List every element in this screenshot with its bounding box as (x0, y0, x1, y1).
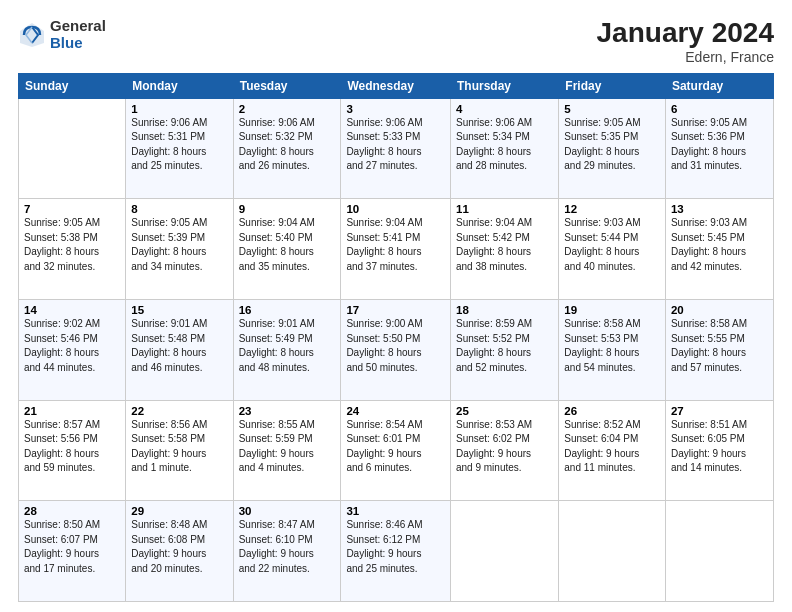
day-number: 22 (131, 405, 227, 417)
day-info: Sunrise: 9:05 AM Sunset: 5:35 PM Dayligh… (564, 117, 640, 172)
title-block: January 2024 Edern, France (597, 18, 774, 65)
day-info: Sunrise: 8:55 AM Sunset: 5:59 PM Dayligh… (239, 419, 315, 474)
day-number: 21 (24, 405, 120, 417)
week-row-3: 14Sunrise: 9:02 AM Sunset: 5:46 PM Dayli… (19, 300, 774, 401)
calendar-cell: 7Sunrise: 9:05 AM Sunset: 5:38 PM Daylig… (19, 199, 126, 300)
day-number: 20 (671, 304, 768, 316)
calendar-cell: 2Sunrise: 9:06 AM Sunset: 5:32 PM Daylig… (233, 98, 341, 199)
day-info: Sunrise: 9:01 AM Sunset: 5:48 PM Dayligh… (131, 318, 207, 373)
calendar-cell: 10Sunrise: 9:04 AM Sunset: 5:41 PM Dayli… (341, 199, 451, 300)
calendar-cell: 20Sunrise: 8:58 AM Sunset: 5:55 PM Dayli… (665, 300, 773, 401)
calendar-table: SundayMondayTuesdayWednesdayThursdayFrid… (18, 73, 774, 602)
day-number: 14 (24, 304, 120, 316)
calendar-cell: 17Sunrise: 9:00 AM Sunset: 5:50 PM Dayli… (341, 300, 451, 401)
day-info: Sunrise: 8:56 AM Sunset: 5:58 PM Dayligh… (131, 419, 207, 474)
day-info: Sunrise: 8:47 AM Sunset: 6:10 PM Dayligh… (239, 519, 315, 574)
calendar-cell (450, 501, 558, 602)
col-header-thursday: Thursday (450, 73, 558, 98)
calendar-cell: 5Sunrise: 9:05 AM Sunset: 5:35 PM Daylig… (559, 98, 666, 199)
col-header-wednesday: Wednesday (341, 73, 451, 98)
logo-general-text: General (50, 18, 106, 35)
logo-text: General Blue (50, 18, 106, 51)
day-info: Sunrise: 9:03 AM Sunset: 5:44 PM Dayligh… (564, 217, 640, 272)
col-header-monday: Monday (126, 73, 233, 98)
day-number: 6 (671, 103, 768, 115)
day-number: 8 (131, 203, 227, 215)
calendar-cell: 16Sunrise: 9:01 AM Sunset: 5:49 PM Dayli… (233, 300, 341, 401)
day-info: Sunrise: 8:54 AM Sunset: 6:01 PM Dayligh… (346, 419, 422, 474)
day-number: 9 (239, 203, 336, 215)
calendar-cell: 8Sunrise: 9:05 AM Sunset: 5:39 PM Daylig… (126, 199, 233, 300)
day-info: Sunrise: 9:03 AM Sunset: 5:45 PM Dayligh… (671, 217, 747, 272)
week-row-4: 21Sunrise: 8:57 AM Sunset: 5:56 PM Dayli… (19, 400, 774, 501)
logo-icon (18, 21, 46, 49)
col-header-friday: Friday (559, 73, 666, 98)
day-number: 24 (346, 405, 445, 417)
calendar-cell: 15Sunrise: 9:01 AM Sunset: 5:48 PM Dayli… (126, 300, 233, 401)
day-info: Sunrise: 9:02 AM Sunset: 5:46 PM Dayligh… (24, 318, 100, 373)
day-info: Sunrise: 8:46 AM Sunset: 6:12 PM Dayligh… (346, 519, 422, 574)
day-number: 7 (24, 203, 120, 215)
day-number: 3 (346, 103, 445, 115)
day-info: Sunrise: 8:48 AM Sunset: 6:08 PM Dayligh… (131, 519, 207, 574)
week-row-1: 1Sunrise: 9:06 AM Sunset: 5:31 PM Daylig… (19, 98, 774, 199)
day-number: 2 (239, 103, 336, 115)
header: General Blue January 2024 Edern, France (18, 18, 774, 65)
calendar-page: General Blue January 2024 Edern, France … (0, 0, 792, 612)
day-number: 23 (239, 405, 336, 417)
calendar-subtitle: Edern, France (597, 49, 774, 65)
day-info: Sunrise: 9:06 AM Sunset: 5:33 PM Dayligh… (346, 117, 422, 172)
calendar-cell: 31Sunrise: 8:46 AM Sunset: 6:12 PM Dayli… (341, 501, 451, 602)
day-info: Sunrise: 9:06 AM Sunset: 5:31 PM Dayligh… (131, 117, 207, 172)
day-number: 18 (456, 304, 553, 316)
day-info: Sunrise: 8:51 AM Sunset: 6:05 PM Dayligh… (671, 419, 747, 474)
day-info: Sunrise: 8:53 AM Sunset: 6:02 PM Dayligh… (456, 419, 532, 474)
col-header-saturday: Saturday (665, 73, 773, 98)
calendar-cell (19, 98, 126, 199)
calendar-cell: 9Sunrise: 9:04 AM Sunset: 5:40 PM Daylig… (233, 199, 341, 300)
calendar-cell: 1Sunrise: 9:06 AM Sunset: 5:31 PM Daylig… (126, 98, 233, 199)
logo: General Blue (18, 18, 106, 51)
day-number: 29 (131, 505, 227, 517)
calendar-cell: 23Sunrise: 8:55 AM Sunset: 5:59 PM Dayli… (233, 400, 341, 501)
calendar-cell: 30Sunrise: 8:47 AM Sunset: 6:10 PM Dayli… (233, 501, 341, 602)
day-info: Sunrise: 9:06 AM Sunset: 5:32 PM Dayligh… (239, 117, 315, 172)
header-row: SundayMondayTuesdayWednesdayThursdayFrid… (19, 73, 774, 98)
col-header-tuesday: Tuesday (233, 73, 341, 98)
calendar-cell: 3Sunrise: 9:06 AM Sunset: 5:33 PM Daylig… (341, 98, 451, 199)
day-number: 31 (346, 505, 445, 517)
calendar-cell: 11Sunrise: 9:04 AM Sunset: 5:42 PM Dayli… (450, 199, 558, 300)
day-info: Sunrise: 9:00 AM Sunset: 5:50 PM Dayligh… (346, 318, 422, 373)
calendar-cell: 27Sunrise: 8:51 AM Sunset: 6:05 PM Dayli… (665, 400, 773, 501)
day-info: Sunrise: 9:05 AM Sunset: 5:38 PM Dayligh… (24, 217, 100, 272)
day-info: Sunrise: 8:58 AM Sunset: 5:53 PM Dayligh… (564, 318, 640, 373)
day-info: Sunrise: 9:04 AM Sunset: 5:40 PM Dayligh… (239, 217, 315, 272)
calendar-cell: 12Sunrise: 9:03 AM Sunset: 5:44 PM Dayli… (559, 199, 666, 300)
day-number: 28 (24, 505, 120, 517)
calendar-cell: 6Sunrise: 9:05 AM Sunset: 5:36 PM Daylig… (665, 98, 773, 199)
day-number: 27 (671, 405, 768, 417)
day-number: 5 (564, 103, 660, 115)
calendar-cell: 18Sunrise: 8:59 AM Sunset: 5:52 PM Dayli… (450, 300, 558, 401)
calendar-cell (559, 501, 666, 602)
day-number: 16 (239, 304, 336, 316)
day-number: 19 (564, 304, 660, 316)
day-info: Sunrise: 9:01 AM Sunset: 5:49 PM Dayligh… (239, 318, 315, 373)
calendar-cell (665, 501, 773, 602)
day-info: Sunrise: 9:05 AM Sunset: 5:36 PM Dayligh… (671, 117, 747, 172)
day-info: Sunrise: 8:52 AM Sunset: 6:04 PM Dayligh… (564, 419, 640, 474)
calendar-cell: 19Sunrise: 8:58 AM Sunset: 5:53 PM Dayli… (559, 300, 666, 401)
day-number: 15 (131, 304, 227, 316)
calendar-cell: 21Sunrise: 8:57 AM Sunset: 5:56 PM Dayli… (19, 400, 126, 501)
calendar-cell: 24Sunrise: 8:54 AM Sunset: 6:01 PM Dayli… (341, 400, 451, 501)
day-number: 12 (564, 203, 660, 215)
day-number: 17 (346, 304, 445, 316)
week-row-5: 28Sunrise: 8:50 AM Sunset: 6:07 PM Dayli… (19, 501, 774, 602)
day-info: Sunrise: 9:04 AM Sunset: 5:41 PM Dayligh… (346, 217, 422, 272)
day-number: 30 (239, 505, 336, 517)
calendar-cell: 22Sunrise: 8:56 AM Sunset: 5:58 PM Dayli… (126, 400, 233, 501)
day-number: 11 (456, 203, 553, 215)
col-header-sunday: Sunday (19, 73, 126, 98)
calendar-cell: 14Sunrise: 9:02 AM Sunset: 5:46 PM Dayli… (19, 300, 126, 401)
day-number: 1 (131, 103, 227, 115)
